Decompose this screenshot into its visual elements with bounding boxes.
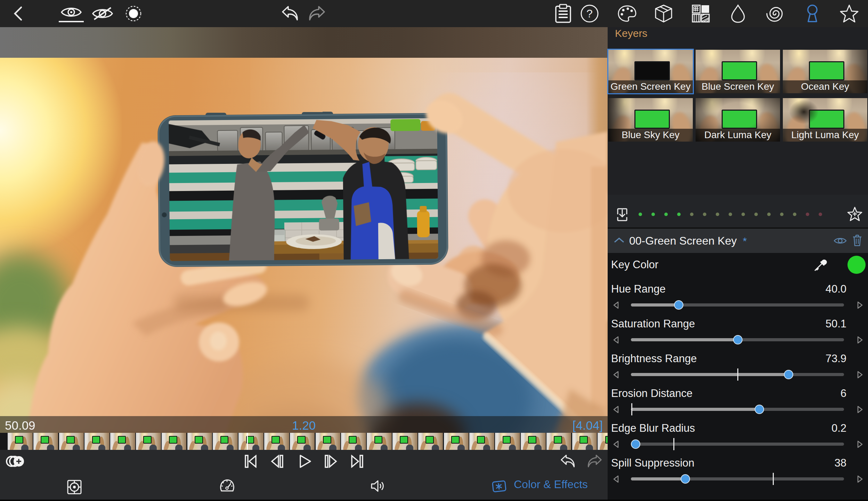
svg-text:?: ? <box>586 7 593 20</box>
